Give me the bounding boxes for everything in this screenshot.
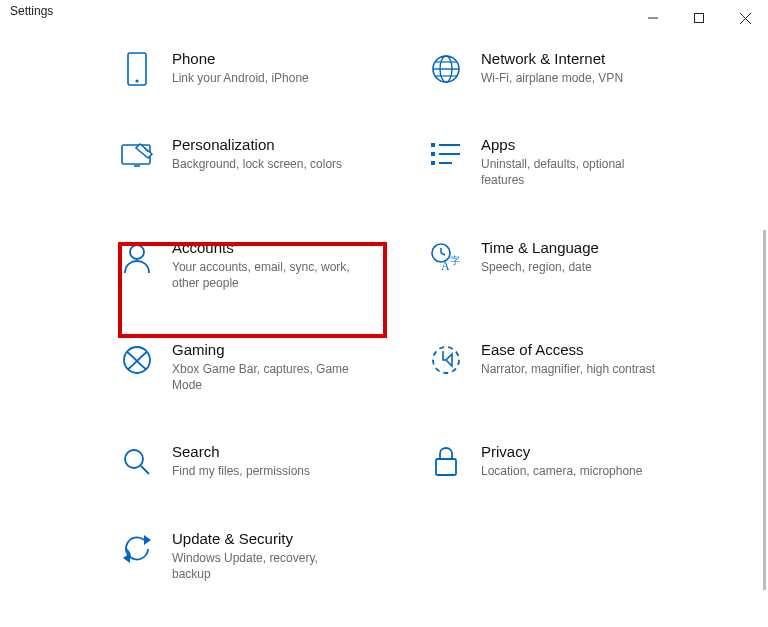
tile-desc: Your accounts, email, sync, work, other … — [172, 259, 352, 291]
tile-desc: Link your Android, iPhone — [172, 70, 352, 86]
minimize-icon — [648, 13, 658, 23]
tile-title: Search — [172, 443, 419, 460]
maximize-icon — [694, 13, 704, 23]
phone-icon — [120, 52, 154, 86]
search-icon — [120, 445, 154, 479]
tile-apps[interactable]: Apps Uninstall, defaults, optional featu… — [429, 136, 728, 188]
tile-desc: Wi-Fi, airplane mode, VPN — [481, 70, 661, 86]
tile-desc: Narrator, magnifier, high contrast — [481, 361, 661, 377]
svg-point-20 — [130, 245, 144, 259]
svg-marker-32 — [144, 535, 151, 545]
tile-title: Ease of Access — [481, 341, 728, 358]
tile-update-security[interactable]: Update & Security Windows Update, recove… — [120, 530, 419, 582]
svg-line-23 — [441, 253, 445, 255]
lock-icon — [429, 445, 463, 479]
scrollbar[interactable] — [763, 230, 766, 590]
tile-ease-of-access[interactable]: Ease of Access Narrator, magnifier, high… — [429, 341, 728, 393]
apps-icon — [429, 138, 463, 172]
svg-text:A: A — [441, 259, 450, 273]
svg-rect-1 — [695, 14, 704, 23]
tile-desc: Xbox Game Bar, captures, Game Mode — [172, 361, 352, 393]
ease-of-access-icon — [429, 343, 463, 377]
tile-title: Apps — [481, 136, 728, 153]
svg-rect-31 — [436, 459, 456, 475]
tile-desc: Windows Update, recovery, backup — [172, 550, 352, 582]
globe-icon — [429, 52, 463, 86]
svg-rect-16 — [431, 152, 435, 156]
minimize-button[interactable] — [630, 4, 676, 32]
settings-grid: Phone Link your Android, iPhone Network … — [0, 50, 768, 612]
tile-title: Accounts — [172, 239, 419, 256]
titlebar: Settings — [0, 0, 768, 30]
svg-text:字: 字 — [450, 255, 460, 266]
tile-network[interactable]: Network & Internet Wi-Fi, airplane mode,… — [429, 50, 728, 86]
tile-accounts[interactable]: Accounts Your accounts, email, sync, wor… — [120, 239, 419, 291]
svg-rect-18 — [431, 161, 435, 165]
tile-search[interactable]: Search Find my files, permissions — [120, 443, 419, 479]
window-title: Settings — [10, 4, 53, 18]
tile-desc: Speech, region, date — [481, 259, 661, 275]
tile-title: Time & Language — [481, 239, 728, 256]
svg-marker-28 — [446, 354, 452, 366]
time-language-icon: A字 — [429, 241, 463, 275]
tile-title: Phone — [172, 50, 419, 67]
tile-phone[interactable]: Phone Link your Android, iPhone — [120, 50, 419, 86]
person-icon — [120, 241, 154, 275]
tile-privacy[interactable]: Privacy Location, camera, microphone — [429, 443, 728, 479]
tile-title: Update & Security — [172, 530, 419, 547]
tile-title: Network & Internet — [481, 50, 728, 67]
svg-marker-33 — [123, 553, 130, 563]
xbox-icon — [120, 343, 154, 377]
tile-desc: Uninstall, defaults, optional features — [481, 156, 661, 188]
maximize-button[interactable] — [676, 4, 722, 32]
tile-desc: Background, lock screen, colors — [172, 156, 352, 172]
tile-desc: Location, camera, microphone — [481, 463, 661, 479]
window-controls — [630, 4, 768, 32]
tile-gaming[interactable]: Gaming Xbox Game Bar, captures, Game Mod… — [120, 341, 419, 393]
svg-line-30 — [141, 466, 149, 474]
tile-title: Privacy — [481, 443, 728, 460]
close-icon — [740, 13, 751, 24]
tile-title: Gaming — [172, 341, 419, 358]
close-button[interactable] — [722, 4, 768, 32]
update-icon — [120, 532, 154, 566]
svg-rect-14 — [431, 143, 435, 147]
tile-personalization[interactable]: Personalization Background, lock screen,… — [120, 136, 419, 188]
tile-time-language[interactable]: A字 Time & Language Speech, region, date — [429, 239, 728, 291]
tile-desc: Find my files, permissions — [172, 463, 352, 479]
svg-point-29 — [125, 450, 143, 468]
tile-title: Personalization — [172, 136, 419, 153]
settings-content: Phone Link your Android, iPhone Network … — [0, 30, 768, 620]
personalization-icon — [120, 138, 154, 172]
svg-point-5 — [135, 79, 138, 82]
